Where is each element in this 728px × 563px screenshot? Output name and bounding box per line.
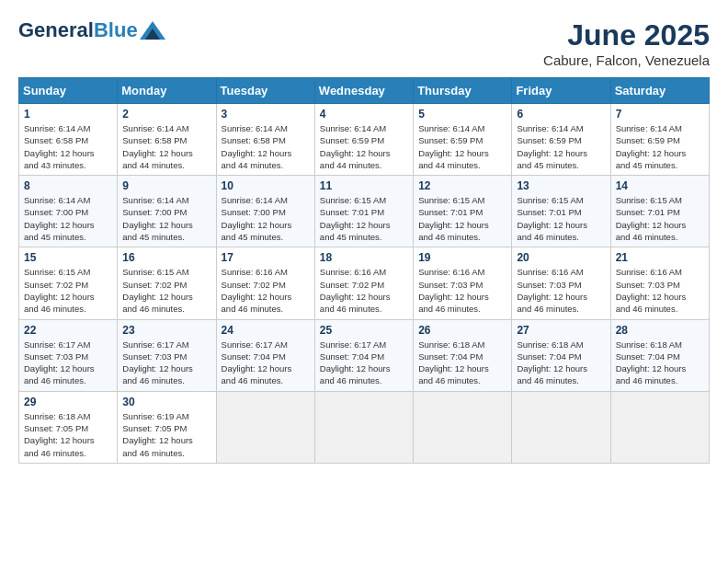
calendar-cell: 25Sunrise: 6:17 AM Sunset: 7:04 PM Dayli… — [314, 319, 413, 391]
calendar-cell: 26Sunrise: 6:18 AM Sunset: 7:04 PM Dayli… — [414, 319, 512, 391]
day-header-saturday: Saturday — [610, 78, 709, 104]
day-info: Sunrise: 6:14 AM Sunset: 6:59 PM Dayligh… — [517, 122, 605, 171]
calendar-cell: 15Sunrise: 6:15 AM Sunset: 7:02 PM Dayli… — [19, 247, 118, 319]
day-number: 20 — [517, 251, 605, 264]
calendar-cell: 2Sunrise: 6:14 AM Sunset: 6:58 PM Daylig… — [118, 104, 216, 176]
calendar-cell: 16Sunrise: 6:15 AM Sunset: 7:02 PM Dayli… — [118, 247, 216, 319]
day-number: 28 — [616, 324, 704, 337]
calendar-cell: 22Sunrise: 6:17 AM Sunset: 7:03 PM Dayli… — [19, 319, 118, 391]
day-number: 13 — [517, 179, 605, 192]
calendar-cell: 29Sunrise: 6:18 AM Sunset: 7:05 PM Dayli… — [19, 391, 118, 463]
calendar-cell: 24Sunrise: 6:17 AM Sunset: 7:04 PM Dayli… — [216, 319, 314, 391]
day-number: 3 — [222, 108, 310, 121]
day-header-tuesday: Tuesday — [216, 78, 314, 104]
calendar-cell: 28Sunrise: 6:18 AM Sunset: 7:04 PM Dayli… — [610, 319, 709, 391]
day-number: 6 — [517, 108, 605, 121]
calendar-cell: 6Sunrise: 6:14 AM Sunset: 6:59 PM Daylig… — [512, 104, 610, 176]
calendar-week-row: 8Sunrise: 6:14 AM Sunset: 7:00 PM Daylig… — [19, 176, 710, 247]
day-number: 25 — [320, 324, 408, 337]
calendar-cell: 17Sunrise: 6:16 AM Sunset: 7:02 PM Dayli… — [216, 247, 314, 319]
title-block: June 2025 Cabure, Falcon, Venezuela — [543, 18, 710, 68]
day-header-sunday: Sunday — [19, 78, 118, 104]
calendar-cell: 7Sunrise: 6:14 AM Sunset: 6:59 PM Daylig… — [610, 104, 709, 176]
day-number: 1 — [24, 108, 112, 121]
page-header: General Blue June 2025 Cabure, Falcon, V… — [18, 18, 710, 68]
calendar-cell — [314, 391, 413, 463]
day-info: Sunrise: 6:16 AM Sunset: 7:03 PM Dayligh… — [517, 266, 605, 315]
day-number: 4 — [320, 108, 408, 121]
day-info: Sunrise: 6:16 AM Sunset: 7:03 PM Dayligh… — [418, 266, 506, 315]
day-header-wednesday: Wednesday — [314, 78, 413, 104]
calendar-cell: 9Sunrise: 6:14 AM Sunset: 7:00 PM Daylig… — [118, 176, 216, 247]
day-number: 5 — [418, 108, 506, 121]
day-number: 21 — [616, 251, 704, 264]
day-number: 16 — [122, 251, 210, 264]
calendar-cell: 30Sunrise: 6:19 AM Sunset: 7:05 PM Dayli… — [118, 391, 216, 463]
day-info: Sunrise: 6:17 AM Sunset: 7:03 PM Dayligh… — [122, 339, 210, 387]
calendar-cell: 1Sunrise: 6:14 AM Sunset: 6:58 PM Daylig… — [19, 104, 118, 176]
day-info: Sunrise: 6:19 AM Sunset: 7:05 PM Dayligh… — [122, 410, 210, 459]
calendar-cell: 14Sunrise: 6:15 AM Sunset: 7:01 PM Dayli… — [610, 176, 709, 247]
calendar-cell: 20Sunrise: 6:16 AM Sunset: 7:03 PM Dayli… — [512, 247, 610, 319]
day-number: 19 — [418, 251, 506, 264]
day-number: 14 — [616, 179, 704, 192]
day-info: Sunrise: 6:14 AM Sunset: 7:00 PM Dayligh… — [24, 194, 112, 243]
day-info: Sunrise: 6:18 AM Sunset: 7:04 PM Dayligh… — [616, 339, 704, 387]
calendar-cell: 19Sunrise: 6:16 AM Sunset: 7:03 PM Dayli… — [414, 247, 512, 319]
day-number: 18 — [320, 251, 408, 264]
day-number: 12 — [418, 179, 506, 192]
day-info: Sunrise: 6:18 AM Sunset: 7:05 PM Dayligh… — [24, 410, 112, 459]
logo-general: General — [18, 18, 94, 42]
month-year: June 2025 — [543, 18, 710, 52]
day-number: 23 — [122, 324, 210, 337]
calendar-cell — [216, 391, 314, 463]
calendar-cell: 5Sunrise: 6:14 AM Sunset: 6:59 PM Daylig… — [414, 104, 512, 176]
calendar-week-row: 1Sunrise: 6:14 AM Sunset: 6:58 PM Daylig… — [19, 104, 710, 176]
day-info: Sunrise: 6:16 AM Sunset: 7:02 PM Dayligh… — [320, 266, 408, 315]
calendar-week-row: 22Sunrise: 6:17 AM Sunset: 7:03 PM Dayli… — [19, 319, 710, 391]
day-info: Sunrise: 6:17 AM Sunset: 7:03 PM Dayligh… — [24, 339, 112, 387]
day-info: Sunrise: 6:15 AM Sunset: 7:01 PM Dayligh… — [320, 194, 408, 243]
day-number: 29 — [24, 396, 112, 408]
calendar-cell: 8Sunrise: 6:14 AM Sunset: 7:00 PM Daylig… — [19, 176, 118, 247]
logo: General Blue — [18, 18, 165, 42]
day-info: Sunrise: 6:14 AM Sunset: 6:59 PM Dayligh… — [320, 122, 408, 171]
day-info: Sunrise: 6:14 AM Sunset: 6:59 PM Dayligh… — [418, 122, 506, 171]
day-info: Sunrise: 6:15 AM Sunset: 7:02 PM Dayligh… — [24, 266, 112, 315]
day-info: Sunrise: 6:15 AM Sunset: 7:01 PM Dayligh… — [616, 194, 704, 243]
day-number: 26 — [418, 324, 506, 337]
day-header-monday: Monday — [118, 78, 216, 104]
day-number: 24 — [222, 324, 310, 337]
day-number: 27 — [517, 324, 605, 337]
calendar-cell: 23Sunrise: 6:17 AM Sunset: 7:03 PM Dayli… — [118, 319, 216, 391]
calendar-cell — [610, 391, 709, 463]
day-number: 15 — [24, 251, 112, 264]
calendar-cell: 12Sunrise: 6:15 AM Sunset: 7:01 PM Dayli… — [414, 176, 512, 247]
day-info: Sunrise: 6:15 AM Sunset: 7:01 PM Dayligh… — [517, 194, 605, 243]
day-info: Sunrise: 6:14 AM Sunset: 6:58 PM Dayligh… — [222, 122, 310, 171]
day-number: 9 — [122, 179, 210, 192]
calendar-cell: 27Sunrise: 6:18 AM Sunset: 7:04 PM Dayli… — [512, 319, 610, 391]
day-number: 7 — [616, 108, 704, 121]
calendar-cell: 13Sunrise: 6:15 AM Sunset: 7:01 PM Dayli… — [512, 176, 610, 247]
day-info: Sunrise: 6:14 AM Sunset: 6:59 PM Dayligh… — [616, 122, 704, 171]
logo-icon — [140, 21, 165, 40]
day-info: Sunrise: 6:15 AM Sunset: 7:01 PM Dayligh… — [418, 194, 506, 243]
day-number: 11 — [320, 179, 408, 192]
day-number: 30 — [122, 396, 210, 408]
calendar-cell: 18Sunrise: 6:16 AM Sunset: 7:02 PM Dayli… — [314, 247, 413, 319]
calendar-cell — [512, 391, 610, 463]
calendar-week-row: 29Sunrise: 6:18 AM Sunset: 7:05 PM Dayli… — [19, 391, 710, 463]
calendar-cell: 3Sunrise: 6:14 AM Sunset: 6:58 PM Daylig… — [216, 104, 314, 176]
calendar-cell: 10Sunrise: 6:14 AM Sunset: 7:00 PM Dayli… — [216, 176, 314, 247]
day-info: Sunrise: 6:14 AM Sunset: 7:00 PM Dayligh… — [222, 194, 310, 243]
calendar-cell: 21Sunrise: 6:16 AM Sunset: 7:03 PM Dayli… — [610, 247, 709, 319]
day-info: Sunrise: 6:18 AM Sunset: 7:04 PM Dayligh… — [517, 339, 605, 387]
day-info: Sunrise: 6:14 AM Sunset: 7:00 PM Dayligh… — [122, 194, 210, 243]
day-header-friday: Friday — [512, 78, 610, 104]
calendar-week-row: 15Sunrise: 6:15 AM Sunset: 7:02 PM Dayli… — [19, 247, 710, 319]
day-info: Sunrise: 6:15 AM Sunset: 7:02 PM Dayligh… — [122, 266, 210, 315]
day-number: 8 — [24, 179, 112, 192]
day-info: Sunrise: 6:17 AM Sunset: 7:04 PM Dayligh… — [222, 339, 310, 387]
day-info: Sunrise: 6:16 AM Sunset: 7:03 PM Dayligh… — [616, 266, 704, 315]
